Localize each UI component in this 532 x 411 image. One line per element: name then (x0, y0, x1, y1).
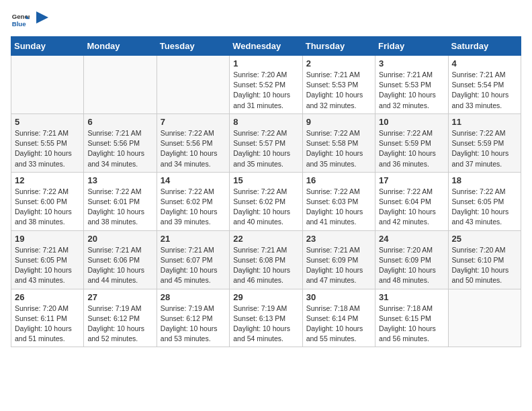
day-number: 18 (452, 175, 517, 185)
day-info: Sunrise: 7:22 AM Sunset: 6:02 PM Dayligh… (161, 187, 226, 228)
day-number: 19 (15, 234, 80, 244)
day-number: 4 (452, 58, 517, 68)
calendar-cell: 12Sunrise: 7:22 AM Sunset: 6:00 PM Dayli… (11, 172, 84, 230)
calendar-cell (84, 56, 157, 114)
calendar-cell: 5Sunrise: 7:21 AM Sunset: 5:55 PM Daylig… (11, 113, 84, 172)
calendar-cell: 14Sunrise: 7:22 AM Sunset: 6:02 PM Dayli… (157, 172, 229, 230)
day-info: Sunrise: 7:22 AM Sunset: 6:05 PM Dayligh… (452, 187, 517, 228)
calendar-cell: 23Sunrise: 7:21 AM Sunset: 6:09 PM Dayli… (302, 230, 375, 289)
day-info: Sunrise: 7:22 AM Sunset: 5:59 PM Dayligh… (452, 128, 517, 169)
calendar-cell: 2Sunrise: 7:21 AM Sunset: 5:53 PM Daylig… (302, 56, 375, 114)
day-number: 31 (379, 292, 444, 302)
day-number: 23 (306, 234, 371, 244)
calendar-cell: 10Sunrise: 7:22 AM Sunset: 5:59 PM Dayli… (375, 113, 448, 172)
weekday-header-wednesday: Wednesday (230, 37, 302, 56)
logo: General Blue (11, 11, 48, 30)
day-number: 12 (15, 175, 80, 185)
calendar-cell: 18Sunrise: 7:22 AM Sunset: 6:05 PM Dayli… (448, 172, 521, 230)
day-info: Sunrise: 7:21 AM Sunset: 5:54 PM Dayligh… (452, 70, 517, 111)
day-info: Sunrise: 7:19 AM Sunset: 6:13 PM Dayligh… (233, 304, 298, 345)
day-info: Sunrise: 7:22 AM Sunset: 6:03 PM Dayligh… (306, 187, 371, 228)
weekday-header-monday: Monday (84, 37, 157, 56)
calendar-cell: 11Sunrise: 7:22 AM Sunset: 5:59 PM Dayli… (448, 113, 521, 172)
day-info: Sunrise: 7:20 AM Sunset: 6:09 PM Dayligh… (379, 245, 444, 286)
day-info: Sunrise: 7:22 AM Sunset: 5:59 PM Dayligh… (379, 128, 444, 169)
day-info: Sunrise: 7:19 AM Sunset: 6:12 PM Dayligh… (161, 304, 226, 345)
calendar-cell: 16Sunrise: 7:22 AM Sunset: 6:03 PM Dayli… (302, 172, 375, 230)
day-info: Sunrise: 7:22 AM Sunset: 6:01 PM Dayligh… (87, 187, 152, 228)
day-info: Sunrise: 7:22 AM Sunset: 6:02 PM Dayligh… (233, 187, 298, 228)
day-number: 10 (379, 117, 444, 127)
day-number: 25 (452, 234, 517, 244)
calendar-cell: 21Sunrise: 7:21 AM Sunset: 6:07 PM Dayli… (157, 230, 229, 289)
calendar-cell: 20Sunrise: 7:21 AM Sunset: 6:06 PM Dayli… (84, 230, 157, 289)
weekday-header-saturday: Saturday (448, 37, 521, 56)
day-number: 24 (379, 234, 444, 244)
calendar-cell: 8Sunrise: 7:22 AM Sunset: 5:57 PM Daylig… (230, 113, 302, 172)
calendar-week-row: 19Sunrise: 7:21 AM Sunset: 6:05 PM Dayli… (11, 230, 521, 289)
day-info: Sunrise: 7:22 AM Sunset: 5:57 PM Dayligh… (233, 128, 298, 169)
calendar-cell: 17Sunrise: 7:22 AM Sunset: 6:04 PM Dayli… (375, 172, 448, 230)
day-info: Sunrise: 7:21 AM Sunset: 5:56 PM Dayligh… (87, 128, 152, 169)
day-info: Sunrise: 7:21 AM Sunset: 6:07 PM Dayligh… (161, 245, 226, 286)
calendar-cell: 7Sunrise: 7:22 AM Sunset: 5:56 PM Daylig… (157, 113, 229, 172)
day-info: Sunrise: 7:22 AM Sunset: 5:56 PM Dayligh… (161, 128, 226, 169)
day-number: 26 (15, 292, 80, 302)
calendar-week-row: 5Sunrise: 7:21 AM Sunset: 5:55 PM Daylig… (11, 113, 521, 172)
day-number: 27 (87, 292, 152, 302)
day-number: 13 (87, 175, 152, 185)
calendar-cell: 6Sunrise: 7:21 AM Sunset: 5:56 PM Daylig… (84, 113, 157, 172)
day-info: Sunrise: 7:20 AM Sunset: 6:11 PM Dayligh… (15, 304, 80, 345)
calendar-cell: 31Sunrise: 7:18 AM Sunset: 6:15 PM Dayli… (375, 289, 448, 347)
calendar-cell: 9Sunrise: 7:22 AM Sunset: 5:58 PM Daylig… (302, 113, 375, 172)
weekday-header-thursday: Thursday (302, 37, 375, 56)
day-number: 28 (161, 292, 226, 302)
day-number: 29 (233, 292, 298, 302)
day-info: Sunrise: 7:18 AM Sunset: 6:14 PM Dayligh… (306, 304, 371, 345)
day-number: 5 (15, 117, 80, 127)
day-info: Sunrise: 7:18 AM Sunset: 6:15 PM Dayligh… (379, 304, 444, 345)
weekday-header-sunday: Sunday (11, 37, 84, 56)
day-number: 8 (233, 117, 298, 127)
calendar-cell: 15Sunrise: 7:22 AM Sunset: 6:02 PM Dayli… (230, 172, 302, 230)
day-info: Sunrise: 7:22 AM Sunset: 5:58 PM Dayligh… (306, 128, 371, 169)
calendar-cell: 1Sunrise: 7:20 AM Sunset: 5:52 PM Daylig… (230, 56, 302, 114)
weekday-header-row: SundayMondayTuesdayWednesdayThursdayFrid… (11, 37, 521, 56)
calendar-cell: 29Sunrise: 7:19 AM Sunset: 6:13 PM Dayli… (230, 289, 302, 347)
calendar-week-row: 12Sunrise: 7:22 AM Sunset: 6:00 PM Dayli… (11, 172, 521, 230)
calendar-cell: 27Sunrise: 7:19 AM Sunset: 6:12 PM Dayli… (84, 289, 157, 347)
calendar-week-row: 26Sunrise: 7:20 AM Sunset: 6:11 PM Dayli… (11, 289, 521, 347)
day-info: Sunrise: 7:21 AM Sunset: 5:53 PM Dayligh… (306, 70, 371, 111)
day-info: Sunrise: 7:20 AM Sunset: 5:52 PM Dayligh… (233, 70, 298, 111)
calendar-cell: 19Sunrise: 7:21 AM Sunset: 6:05 PM Dayli… (11, 230, 84, 289)
calendar-cell (157, 56, 229, 114)
weekday-header-friday: Friday (375, 37, 448, 56)
calendar-cell: 26Sunrise: 7:20 AM Sunset: 6:11 PM Dayli… (11, 289, 84, 347)
day-number: 6 (87, 117, 152, 127)
svg-marker-3 (36, 11, 48, 24)
calendar-cell: 13Sunrise: 7:22 AM Sunset: 6:01 PM Dayli… (84, 172, 157, 230)
day-info: Sunrise: 7:20 AM Sunset: 6:10 PM Dayligh… (452, 245, 517, 286)
day-info: Sunrise: 7:22 AM Sunset: 6:00 PM Dayligh… (15, 187, 80, 228)
day-info: Sunrise: 7:21 AM Sunset: 6:09 PM Dayligh… (306, 245, 371, 286)
day-number: 22 (233, 234, 298, 244)
day-number: 30 (306, 292, 371, 302)
weekday-header-tuesday: Tuesday (157, 37, 229, 56)
calendar-week-row: 1Sunrise: 7:20 AM Sunset: 5:52 PM Daylig… (11, 56, 521, 114)
day-number: 20 (87, 234, 152, 244)
calendar-cell (448, 289, 521, 347)
calendar-cell: 22Sunrise: 7:21 AM Sunset: 6:08 PM Dayli… (230, 230, 302, 289)
day-number: 11 (452, 117, 517, 127)
day-info: Sunrise: 7:21 AM Sunset: 5:53 PM Dayligh… (379, 70, 444, 111)
day-number: 9 (306, 117, 371, 127)
calendar-cell: 30Sunrise: 7:18 AM Sunset: 6:14 PM Dayli… (302, 289, 375, 347)
day-number: 1 (233, 58, 298, 68)
day-info: Sunrise: 7:22 AM Sunset: 6:04 PM Dayligh… (379, 187, 444, 228)
day-number: 14 (161, 175, 226, 185)
day-info: Sunrise: 7:21 AM Sunset: 6:05 PM Dayligh… (15, 245, 80, 286)
day-number: 17 (379, 175, 444, 185)
day-info: Sunrise: 7:19 AM Sunset: 6:12 PM Dayligh… (87, 304, 152, 345)
day-info: Sunrise: 7:21 AM Sunset: 5:55 PM Dayligh… (15, 128, 80, 169)
calendar-header: General Blue (11, 11, 521, 30)
calendar-cell: 25Sunrise: 7:20 AM Sunset: 6:10 PM Dayli… (448, 230, 521, 289)
